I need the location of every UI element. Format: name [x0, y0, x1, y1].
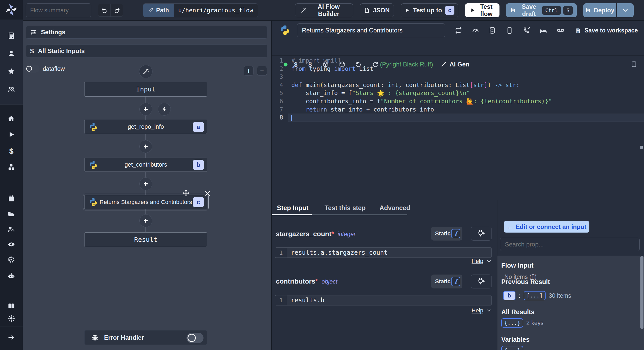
test-flow-button[interactable]: Test flow — [465, 3, 499, 17]
graph-ai-wand-button[interactable] — [139, 65, 152, 78]
test-up-to-step-badge: c — [445, 6, 454, 15]
error-handler-row[interactable]: Error Handler — [84, 330, 207, 345]
building-icon[interactable] — [7, 32, 15, 40]
topbar: Path u/henri/gracious_flow AI Flow Build… — [23, 0, 644, 21]
step-id-badge: a — [193, 122, 204, 132]
zoom-out-button[interactable]: − — [257, 66, 267, 76]
step-node-c-selected[interactable]: Returns Stargazers and Contributors c — [84, 195, 207, 209]
window-icon[interactable] — [506, 27, 513, 34]
step-id-badge: c — [193, 197, 204, 207]
insert-step-button[interactable] — [139, 177, 152, 190]
result-node[interactable]: Result — [84, 232, 207, 247]
tab-advanced[interactable]: Advanced — [379, 204, 410, 212]
undo-button[interactable] — [98, 4, 111, 16]
runs-play-icon[interactable] — [7, 131, 15, 138]
connect-input-button[interactable] — [471, 227, 492, 241]
theme-sun-icon[interactable] — [7, 314, 15, 322]
flow-settings-row[interactable]: Settings — [26, 26, 267, 39]
audit-eye-icon[interactable] — [7, 241, 15, 248]
step-node-b[interactable]: get_contributors b — [84, 158, 207, 172]
input-node[interactable]: Input — [84, 82, 207, 97]
workers-users-gear-icon[interactable] — [7, 225, 15, 233]
deploy-dropdown-button[interactable] — [617, 3, 634, 17]
user-icon[interactable] — [7, 49, 15, 57]
home-icon[interactable] — [7, 115, 15, 123]
save-draft-button[interactable]: Save draft Ctrl S — [506, 3, 577, 17]
error-handler-label: Error Handler — [104, 334, 144, 341]
static-mode-toggle[interactable]: Static f — [431, 275, 462, 288]
insert-step-button[interactable] — [139, 103, 152, 116]
json-button[interactable]: JSON — [360, 3, 394, 17]
script-title-input[interactable] — [297, 23, 445, 37]
settings-gear-icon[interactable] — [7, 256, 15, 263]
save-icon — [510, 7, 516, 13]
tab-step-input[interactable]: Step Input — [277, 204, 308, 212]
repeat-icon[interactable] — [455, 27, 462, 34]
tab-underline-track — [312, 214, 407, 215]
all-static-inputs-row[interactable]: $ All Static Inputs — [26, 45, 267, 57]
insert-step-button[interactable] — [139, 140, 152, 153]
code-lines: # import wmillfrom typing import Listdef… — [288, 57, 644, 122]
collapsed-object-badge[interactable]: {...} — [501, 346, 523, 350]
schedules-calendar-icon[interactable] — [7, 195, 15, 203]
step-node-label: Returns Stargazers and Contributors — [100, 199, 192, 206]
insert-step-button[interactable] — [139, 214, 152, 227]
windmill-logo[interactable] — [5, 3, 18, 16]
code-area[interactable]: 12345678 # import wmillfrom typing impor… — [272, 57, 644, 200]
collapsed-array-badge[interactable]: [...] — [524, 291, 546, 300]
step-node-a[interactable]: get_repo_info a — [84, 120, 207, 134]
docs-book-icon[interactable] — [7, 302, 15, 310]
previous-result-row: b : [...] 30 items — [503, 291, 571, 300]
help-link[interactable]: Help — [472, 307, 483, 314]
gauge-icon[interactable] — [472, 27, 479, 34]
deploy-label: Deploy — [594, 7, 614, 14]
all-static-inputs-label: All Static Inputs — [38, 47, 84, 55]
user-group-icon[interactable] — [7, 85, 15, 93]
play-icon — [470, 8, 475, 13]
move-step-icon[interactable] — [182, 189, 190, 197]
save-to-workspace-button[interactable]: Save to workspace — [575, 27, 638, 34]
search-prop-input[interactable] — [500, 238, 640, 251]
resources-cubes-icon[interactable] — [7, 163, 15, 171]
expr-input-contributors[interactable]: 1 results.b — [275, 295, 492, 305]
chevron-down-icon — [622, 7, 629, 13]
step-b-badge[interactable]: b — [503, 291, 515, 300]
star-icon[interactable] — [7, 67, 15, 75]
trigger-bolt-button[interactable] — [158, 103, 171, 116]
flow-summary-input[interactable] — [26, 3, 91, 17]
help-row[interactable]: Help — [450, 258, 492, 264]
flow-graph-panel: Settings $ All Static Inputs dataflow + … — [23, 21, 271, 350]
props-scrollbar-thumb[interactable] — [640, 256, 643, 329]
collapse-arrow-right-icon[interactable] — [7, 334, 15, 341]
test-up-to-button[interactable]: Test up to c — [401, 3, 458, 17]
collapsed-object-badge[interactable]: {...} — [501, 318, 523, 328]
path-label-segment: Path — [143, 4, 174, 17]
voicemail-icon[interactable] — [557, 27, 564, 34]
database-icon[interactable] — [488, 27, 496, 34]
ai-robot-icon[interactable] — [7, 272, 15, 279]
edit-or-connect-label: Edit or connect an input — [516, 223, 587, 231]
help-row[interactable]: Help — [450, 307, 492, 314]
expr-input-stargazers[interactable]: 1 results.a.stargazers_count — [275, 247, 492, 258]
folders-icon[interactable] — [7, 210, 15, 218]
connect-input-button[interactable] — [471, 275, 492, 288]
phone-incoming-icon[interactable] — [523, 27, 531, 34]
deploy-button[interactable]: Deploy — [583, 3, 616, 17]
dataflow-label: dataflow — [43, 65, 65, 72]
dataflow-toggle[interactable] — [25, 65, 40, 73]
delete-step-icon[interactable] — [204, 190, 211, 197]
tab-test-this-step[interactable]: Test this step — [325, 204, 366, 212]
redo-button[interactable] — [111, 4, 123, 16]
sleep-icon[interactable] — [539, 27, 547, 34]
windmill-flow-editor: $ Path u/henri/gracious_flow AI Flow Bui… — [0, 0, 644, 350]
error-handler-toggle[interactable] — [187, 333, 204, 343]
javascript-expr-icon[interactable]: f — [451, 277, 460, 286]
ai-flow-builder-button[interactable]: AI Flow Builder — [295, 3, 353, 17]
help-link[interactable]: Help — [472, 258, 483, 264]
zoom-in-button[interactable]: + — [244, 66, 253, 76]
path-chip[interactable]: Path u/henri/gracious_flow — [143, 3, 258, 17]
variables-dollar-icon[interactable]: $ — [7, 147, 15, 155]
edit-or-connect-button[interactable]: ← Edit or connect an input — [504, 221, 589, 233]
javascript-expr-icon[interactable]: f — [451, 229, 460, 238]
static-mode-toggle[interactable]: Static f — [431, 227, 462, 241]
